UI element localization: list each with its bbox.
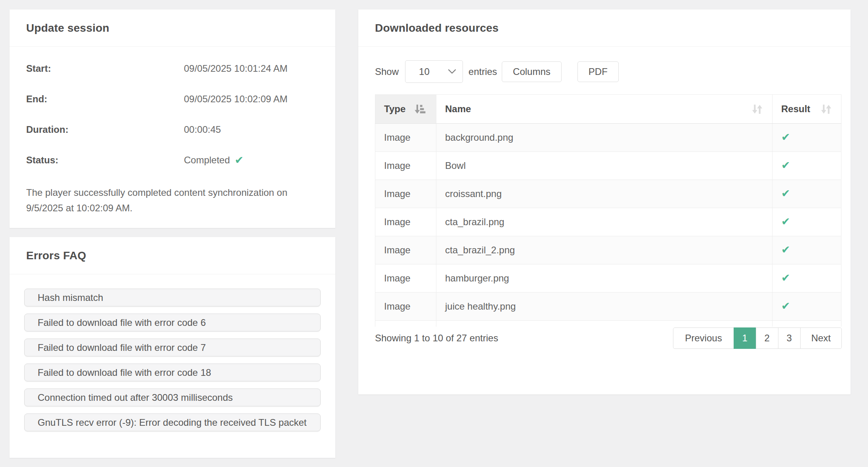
session-field-row: Duration:00:00:45 [26, 124, 319, 136]
entries-label: entries [468, 66, 497, 77]
column-header-name[interactable]: Name [436, 95, 772, 124]
session-field-value: 09/05/2025 10:01:24 AM [184, 63, 288, 75]
sort-both-icon [751, 103, 763, 115]
page-number-button[interactable]: 3 [778, 327, 801, 349]
name-cell: Bowl [436, 152, 772, 180]
faq-item-button[interactable]: GnuTLS recv error (-9): Error decoding t… [24, 413, 321, 431]
card-title: Update session [26, 22, 109, 34]
session-field-label: End: [26, 93, 184, 105]
table-row: Imagecta_brazil.png✔ [375, 208, 841, 236]
type-cell: Image [375, 293, 436, 321]
card-title: Downloaded resources [375, 22, 499, 34]
success-check-icon: ✔ [235, 155, 244, 165]
success-check-icon: ✔ [781, 272, 790, 284]
session-field-value: Completed✔ [184, 154, 244, 166]
errors-faq-card: Errors FAQ Hash mismatchFailed to downlo… [10, 237, 335, 458]
downloaded-resources-body: Show 10 entries Columns PDF TypeNameResu… [358, 47, 851, 349]
sort-both-icon [820, 103, 832, 115]
card-title: Errors FAQ [26, 249, 86, 262]
sort-ascending-icon [413, 103, 426, 115]
show-label: Show [375, 66, 399, 77]
downloaded-resources-header: Downloaded resources [358, 10, 851, 47]
column-header-result[interactable]: Result [772, 95, 841, 124]
page-number-button[interactable]: 1 [734, 327, 756, 349]
session-fields: Start:09/05/2025 10:01:24 AMEnd:09/05/20… [26, 63, 319, 166]
type-cell: Image [375, 180, 436, 208]
next-page-button[interactable]: Next [800, 327, 842, 349]
session-field-row: Start:09/05/2025 10:01:24 AM [26, 63, 319, 75]
name-cell: croissant.png [436, 180, 772, 208]
faq-item-button[interactable]: Failed to download file with error code … [24, 339, 321, 356]
type-cell: Image [375, 236, 436, 264]
table-info-text: Showing 1 to 10 of 27 entries [375, 333, 498, 344]
table-header-row: TypeNameResult [375, 95, 841, 124]
session-field-label: Start: [26, 63, 184, 75]
name-cell: cta_brazil.png [436, 208, 772, 236]
resources-table: TypeNameResult Imagebackground.png✔Image… [375, 94, 841, 327]
table-row: Imagecroissant.png✔ [375, 180, 841, 208]
success-check-icon: ✔ [781, 300, 790, 312]
page-length-value: 10 [419, 66, 430, 77]
pdf-button[interactable]: PDF [577, 61, 619, 82]
result-cell: ✔ [772, 293, 841, 321]
faq-list: Hash mismatchFailed to download file wit… [10, 274, 335, 453]
errors-faq-header: Errors FAQ [10, 237, 335, 274]
success-check-icon: ✔ [781, 131, 790, 143]
column-header-label: Type [384, 103, 405, 115]
type-cell: Image [375, 264, 436, 293]
faq-item-button[interactable]: Failed to download file with error code … [24, 364, 321, 381]
faq-item-button[interactable]: Failed to download file with error code … [24, 314, 321, 331]
table-row: Imagecta_brazil_2.png✔ [375, 236, 841, 264]
table-row: Imagehamburger.png✔ [375, 264, 841, 293]
result-cell: ✔ [772, 208, 841, 236]
table-body: Imagebackground.png✔ImageBowl✔Imagecrois… [375, 124, 841, 327]
column-header-type[interactable]: Type [375, 95, 436, 124]
session-field-row: Status:Completed✔ [26, 154, 319, 166]
result-cell: ✔ [772, 264, 841, 293]
table-row-clipped [375, 321, 841, 327]
update-session-body: Start:09/05/2025 10:01:24 AMEnd:09/05/20… [10, 47, 335, 232]
name-cell: background.png [436, 124, 772, 152]
page-length-select[interactable]: 10 [405, 60, 463, 83]
name-cell: juice healthy.png [436, 293, 772, 321]
update-session-card: Update session Start:09/05/2025 10:01:24… [10, 10, 335, 228]
downloaded-resources-card: Downloaded resources Show 10 entries Col… [358, 10, 851, 394]
columns-button[interactable]: Columns [502, 61, 562, 82]
previous-page-button[interactable]: Previous [673, 327, 734, 349]
success-check-icon: ✔ [781, 244, 790, 256]
table-controls: Show 10 entries Columns PDF [375, 60, 842, 83]
page-number-button[interactable]: 2 [756, 327, 778, 349]
session-field-value: 09/05/2025 10:02:09 AM [184, 93, 288, 105]
type-cell: Image [375, 208, 436, 236]
session-field-value: 00:00:45 [184, 124, 221, 136]
success-check-icon: ✔ [781, 216, 790, 228]
type-cell: Image [375, 152, 436, 180]
faq-item-button[interactable]: Connection timed out after 30003 millise… [24, 389, 321, 406]
faq-item-button[interactable]: Hash mismatch [24, 289, 321, 306]
resources-table-container: TypeNameResult Imagebackground.png✔Image… [375, 94, 842, 327]
chevron-down-icon [448, 69, 456, 74]
success-check-icon: ✔ [781, 188, 790, 199]
result-cell: ✔ [772, 152, 841, 180]
result-cell: ✔ [772, 124, 841, 152]
name-cell: hamburger.png [436, 264, 772, 293]
type-cell: Image [375, 124, 436, 152]
table-footer: Showing 1 to 10 of 27 entries Previous12… [375, 327, 842, 349]
update-session-header: Update session [10, 10, 335, 47]
table-row: Imagebackground.png✔ [375, 124, 841, 152]
table-row: ImageBowl✔ [375, 152, 841, 180]
result-cell: ✔ [772, 180, 841, 208]
success-check-icon: ✔ [781, 159, 790, 171]
name-cell: cta_brazil_2.png [436, 236, 772, 264]
session-field-label: Duration: [26, 124, 184, 136]
column-header-label: Name [445, 103, 471, 115]
session-description: The player successfully completed conten… [26, 185, 319, 216]
pagination: Previous123Next [673, 327, 842, 349]
column-header-label: Result [781, 103, 810, 115]
table-row: Imagejuice healthy.png✔ [375, 293, 841, 321]
session-field-row: End:09/05/2025 10:02:09 AM [26, 93, 319, 105]
session-field-label: Status: [26, 154, 184, 166]
result-cell: ✔ [772, 236, 841, 264]
